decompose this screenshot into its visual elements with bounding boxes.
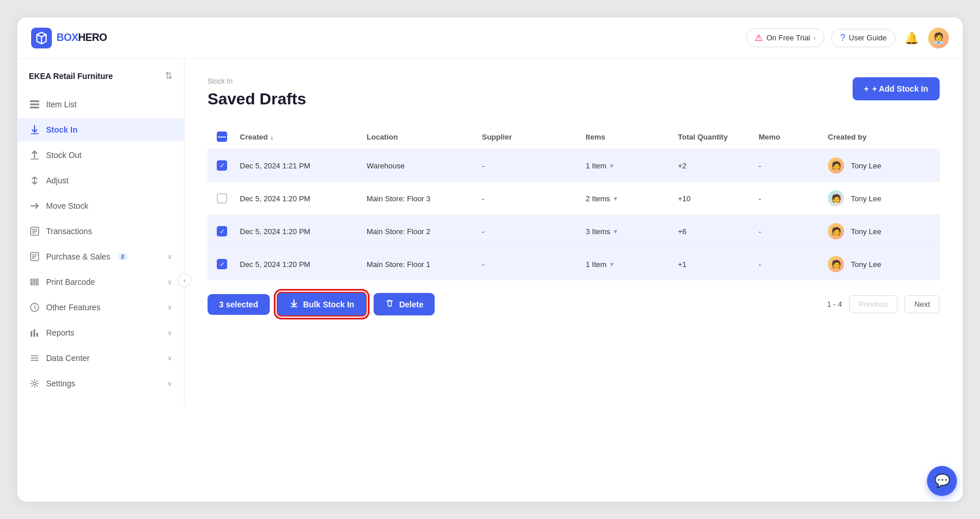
bulk-stock-in-button[interactable]: Bulk Stock In bbox=[277, 292, 367, 317]
chat-icon: 💬 bbox=[934, 473, 950, 488]
stock-in-icon bbox=[29, 124, 40, 136]
sidebar-item-transactions[interactable]: Transactions bbox=[17, 220, 184, 243]
row-avatar: 🧑 bbox=[828, 223, 844, 239]
row-checkbox[interactable] bbox=[217, 193, 227, 204]
delete-icon bbox=[385, 299, 394, 310]
items-text: 1 Item bbox=[586, 260, 606, 269]
items-dropdown-icon[interactable]: ▼ bbox=[609, 163, 615, 169]
items-text: 3 Items bbox=[586, 227, 610, 236]
avatar[interactable]: 🧑‍💼 bbox=[928, 28, 949, 48]
row-checkbox[interactable]: ✓ bbox=[217, 259, 227, 269]
sidebar-item-move-stock[interactable]: Move Stock bbox=[17, 194, 184, 217]
svg-rect-11 bbox=[35, 279, 36, 285]
other-features-chevron-icon: ∨ bbox=[167, 303, 172, 311]
header-supplier: Supplier bbox=[482, 133, 586, 141]
row-items: 3 Items ▼ bbox=[586, 227, 678, 236]
breadcrumb: Stock In bbox=[208, 77, 940, 85]
select-all-checkbox[interactable]: — bbox=[217, 131, 227, 142]
table-row: Dec 5, 2024 1:20 PM Main Store: Floor 3 … bbox=[208, 182, 940, 215]
svg-point-18 bbox=[33, 382, 36, 385]
items-text: 1 Item bbox=[586, 161, 606, 170]
stock-out-icon bbox=[29, 149, 40, 161]
sidebar-item-adjust[interactable]: Adjust bbox=[17, 169, 184, 192]
sidebar-item-reports[interactable]: Reports ∨ bbox=[17, 321, 184, 344]
row-memo: - bbox=[759, 227, 828, 236]
reports-chevron-icon: ∨ bbox=[167, 329, 172, 337]
row-location: Warehouse bbox=[367, 161, 482, 170]
sidebar-item-label: Other Features bbox=[46, 303, 100, 312]
table-header: — Created ↓ Location Supplier Items Tota… bbox=[208, 125, 940, 149]
workspace-header: EKEA Retail Furniture ⇅ bbox=[17, 70, 184, 91]
boxhero-logo-icon bbox=[31, 28, 52, 48]
sidebar-wrapper: EKEA Retail Furniture ⇅ Item List Stock … bbox=[17, 59, 184, 502]
print-barcode-chevron-icon: ∨ bbox=[167, 278, 172, 286]
sidebar-item-label: Item List bbox=[46, 100, 77, 109]
delete-button[interactable]: Delete bbox=[374, 293, 435, 315]
other-features-icon bbox=[29, 302, 40, 313]
svg-rect-13 bbox=[38, 279, 39, 285]
purchase-sales-chevron-icon: ∨ bbox=[167, 253, 172, 261]
logo-text: BOXHERO bbox=[56, 32, 107, 44]
sidebar-item-label: Reports bbox=[46, 328, 74, 337]
row-date: Dec 5, 2024 1:21 PM bbox=[240, 161, 367, 170]
items-dropdown-icon[interactable]: ▼ bbox=[613, 228, 619, 235]
sidebar-item-label: Transactions bbox=[46, 227, 92, 236]
sidebar-item-label: Purchase & Sales bbox=[46, 252, 110, 261]
sidebar-item-label: Stock In bbox=[46, 125, 77, 134]
row-checkbox[interactable]: ✓ bbox=[217, 226, 227, 236]
row-checkbox[interactable]: ✓ bbox=[217, 160, 227, 171]
table-row: ✓ Dec 5, 2024 1:20 PM Main Store: Floor … bbox=[208, 248, 940, 280]
row-supplier: - bbox=[482, 161, 586, 170]
sidebar-item-stock-out[interactable]: Stock Out bbox=[17, 144, 184, 167]
row-memo: - bbox=[759, 161, 828, 170]
items-dropdown-icon[interactable]: ▼ bbox=[613, 195, 619, 202]
header-items: Items bbox=[586, 133, 678, 141]
svg-rect-16 bbox=[33, 329, 35, 337]
print-barcode-icon bbox=[29, 276, 40, 288]
main-content: Stock In Saved Drafts + + Add Stock In —… bbox=[184, 59, 963, 502]
svg-rect-15 bbox=[31, 331, 32, 337]
row-memo: - bbox=[759, 194, 828, 203]
trial-button[interactable]: ⚠ On Free Trial › bbox=[746, 28, 824, 47]
guide-label: User Guide bbox=[849, 33, 887, 42]
move-stock-icon bbox=[29, 200, 40, 212]
previous-button[interactable]: Previous bbox=[849, 295, 898, 313]
sort-icon[interactable]: ↓ bbox=[270, 133, 274, 141]
guide-question-icon: ? bbox=[840, 33, 845, 43]
row-items: 2 Items ▼ bbox=[586, 194, 678, 203]
user-guide-button[interactable]: ? User Guide bbox=[831, 29, 895, 47]
add-stock-in-button[interactable]: + + Add Stock In bbox=[853, 77, 940, 100]
svg-rect-3 bbox=[30, 107, 39, 108]
row-created-by-name: Tony Lee bbox=[851, 194, 881, 203]
sidebar-item-data-center[interactable]: Data Center ∨ bbox=[17, 347, 184, 370]
svg-rect-17 bbox=[36, 333, 38, 337]
workspace-switch-icon[interactable]: ⇅ bbox=[165, 70, 172, 81]
row-items: 1 Item ▼ bbox=[586, 161, 678, 170]
svg-rect-8 bbox=[31, 279, 32, 285]
svg-rect-2 bbox=[30, 104, 39, 106]
sidebar-item-print-barcode[interactable]: Print Barcode ∨ bbox=[17, 270, 184, 294]
row-checkbox-cell: ✓ bbox=[217, 226, 240, 236]
row-memo: - bbox=[759, 260, 828, 269]
row-created-by-name: Tony Lee bbox=[851, 260, 881, 269]
sidebar-item-stock-in[interactable]: Stock In bbox=[17, 118, 184, 141]
sidebar-item-label: Adjust bbox=[46, 176, 69, 185]
items-dropdown-icon[interactable]: ▼ bbox=[609, 261, 615, 268]
row-supplier: - bbox=[482, 227, 586, 236]
chat-bubble-button[interactable]: 💬 bbox=[927, 466, 957, 496]
sidebar-item-settings[interactable]: Settings ∨ bbox=[17, 372, 184, 395]
trial-dot-icon: ⚠ bbox=[755, 32, 763, 43]
header-created-by: Created by bbox=[828, 133, 930, 141]
sidebar-item-purchase-sales[interactable]: Purchase & Sales β ∨ bbox=[17, 245, 184, 268]
header-right: ⚠ On Free Trial › ? User Guide 🔔 🧑‍💼 bbox=[746, 28, 949, 48]
notification-bell-icon[interactable]: 🔔 bbox=[902, 29, 921, 47]
row-qty: +2 bbox=[678, 161, 759, 170]
sidebar-item-other-features[interactable]: Other Features ∨ bbox=[17, 296, 184, 319]
sidebar-collapse-button[interactable]: ‹ bbox=[178, 273, 191, 287]
row-location: Main Store: Floor 2 bbox=[367, 227, 482, 236]
row-qty: +6 bbox=[678, 227, 759, 236]
row-items: 1 Item ▼ bbox=[586, 260, 678, 269]
sidebar-item-item-list[interactable]: Item List bbox=[17, 93, 184, 116]
next-button[interactable]: Next bbox=[904, 295, 940, 313]
row-avatar: 🧑 bbox=[828, 157, 844, 174]
